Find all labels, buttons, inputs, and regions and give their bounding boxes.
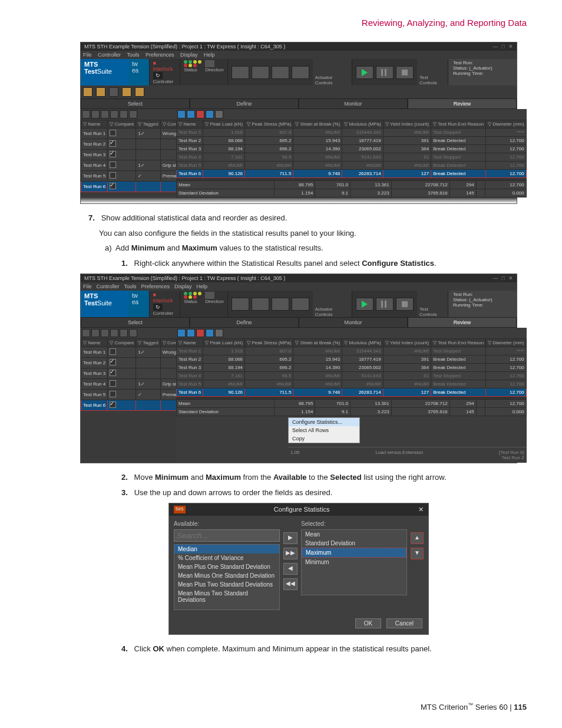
menu-preferences[interactable]: Preferences: [146, 52, 174, 58]
pause-button[interactable]: [376, 66, 394, 79]
reset-button[interactable]: ↻: [153, 304, 163, 311]
maximize-icon[interactable]: □: [502, 44, 505, 50]
close-icon[interactable]: ✕: [418, 506, 424, 513]
move-down-button[interactable]: ▼: [411, 548, 424, 559]
actuator-btn-3[interactable]: [272, 66, 289, 79]
tab-row: Select Define Monitor Review: [81, 98, 517, 109]
step-7-desc: You can also configure the fields in the…: [99, 228, 527, 239]
menu-help[interactable]: Help: [204, 52, 215, 58]
toolbar-icon[interactable]: [83, 87, 92, 97]
step-7-4: 4. Click OK when complete. Maximum and M…: [121, 643, 527, 655]
actuator-btn-1[interactable]: [232, 66, 249, 79]
tool-icon[interactable]: [129, 110, 137, 118]
tool-icon[interactable]: [177, 110, 186, 118]
tool-icon[interactable]: [91, 110, 100, 118]
stop-button[interactable]: [396, 298, 414, 311]
chart-area: 1.05 Load versus Extension [Test Run 6]T…: [288, 447, 527, 463]
menu-select-all-rows[interactable]: Select All Rows: [289, 426, 359, 434]
dialog-title: Configure Statistics: [274, 506, 330, 513]
menu-display[interactable]: Display: [174, 284, 192, 289]
maximize-icon[interactable]: □: [502, 275, 505, 281]
tool-icon[interactable]: [187, 110, 195, 118]
results-table[interactable]: ▽ Name▽ Peak Load (kN)▽ Peak Stress (MPa…: [176, 338, 527, 397]
run-list-table[interactable]: ▽ Name▽ Compare▽ Tagged▽ CommentTest Run…: [81, 120, 191, 192]
move-all-right-button[interactable]: ▶▶: [283, 548, 297, 559]
selected-list[interactable]: MeanStandard DeviationMaximumMinimum: [301, 529, 407, 595]
search-input[interactable]: [174, 529, 280, 542]
results-panel: ▽ Name▽ Peak Load (kN)▽ Peak Stress (MPa…: [176, 109, 527, 197]
interlock-label: ■ Interlock: [153, 60, 177, 72]
menu-tools[interactable]: Tools: [124, 284, 137, 289]
tab-define[interactable]: Define: [190, 317, 299, 328]
menu-controller[interactable]: Controller: [98, 52, 121, 58]
tool-icon[interactable]: [196, 110, 204, 118]
status-label: Status: [184, 67, 201, 73]
screenshot-1: MTS STH Example Tension (Simplified) : P…: [80, 42, 517, 204]
step-7-1: 1. Right-click anywhere within the Stati…: [121, 258, 527, 269]
tab-select[interactable]: Select: [81, 98, 190, 109]
stats-table: Mean88.795701.013.36122708.71229412.700S…: [176, 399, 527, 416]
play-button[interactable]: [356, 66, 373, 79]
tool-icon[interactable]: [206, 110, 214, 118]
minimize-icon[interactable]: —: [493, 275, 498, 281]
menu-bar[interactable]: File Controller Tools Preferences Displa…: [81, 51, 517, 59]
menu-help[interactable]: Help: [197, 284, 208, 289]
pause-button[interactable]: [376, 298, 394, 311]
tab-monitor[interactable]: Monitor: [299, 317, 408, 328]
move-right-button[interactable]: ▶: [283, 532, 297, 544]
tab-define[interactable]: Define: [190, 98, 299, 109]
available-label: Available:: [174, 521, 280, 527]
app-brand: MTS TestSuite: [81, 59, 128, 85]
menu-copy[interactable]: Copy: [289, 434, 359, 443]
menu-tools[interactable]: Tools: [127, 52, 139, 58]
cancel-button[interactable]: Cancel: [386, 618, 422, 628]
page-header: Reviewing, Analyzing, and Reporting Data: [71, 18, 527, 28]
step-7: 7. Show additional statistical data and …: [88, 212, 527, 224]
window-title: MTS STH Example Tension (Simplified) : P…: [84, 44, 285, 50]
menu-display[interactable]: Display: [180, 52, 198, 58]
context-menu[interactable]: Configure Statistics... Select All Rows …: [288, 417, 360, 443]
step-7a: a) Add Minimum and Maximum values to the…: [105, 242, 527, 254]
available-list[interactable]: Median% Coefficient of VarianceMean Plus…: [174, 544, 280, 610]
close-icon[interactable]: ✕: [508, 44, 513, 50]
menu-file[interactable]: File: [83, 52, 92, 58]
run-list-table[interactable]: ▽ Name▽ Compare▽ Tagged▽ CommentTest Run…: [81, 338, 191, 411]
play-button[interactable]: [356, 298, 373, 311]
tool-icon[interactable]: [82, 110, 90, 118]
tool-icon[interactable]: [120, 110, 128, 118]
actuator-btn-2[interactable]: [252, 66, 269, 79]
results-table[interactable]: ▽ Name▽ Peak Load (kN)▽ Peak Stress (MPa…: [176, 120, 527, 178]
toolbar-icon[interactable]: [109, 87, 118, 97]
toolbar-icon[interactable]: [122, 87, 131, 97]
menu-file[interactable]: File: [83, 284, 92, 289]
toolbar-icon[interactable]: [96, 87, 105, 97]
tab-monitor[interactable]: Monitor: [299, 98, 408, 109]
move-left-button[interactable]: ◀: [283, 563, 297, 575]
stats-table: Mean88.795701.013.36122708.71229412.700S…: [176, 180, 527, 197]
move-up-button[interactable]: ▲: [411, 532, 424, 544]
twea-label: tw ea: [128, 59, 149, 85]
menu-controller[interactable]: Controller: [97, 284, 120, 289]
tab-review[interactable]: Review: [408, 317, 517, 328]
info-panel: Test Run:Status: (_Actuator)Running Time…: [448, 59, 517, 85]
menu-preferences[interactable]: Preferences: [141, 284, 170, 289]
direction-label: Direction: [205, 67, 224, 73]
menu-configure-statistics[interactable]: Configure Statistics...: [289, 418, 359, 426]
selected-label: Selected:: [301, 521, 407, 527]
controller-label: Controller: [153, 79, 177, 84]
step-7-3: 3. Use the up and down arrows to order t…: [121, 487, 527, 499]
minimize-icon[interactable]: —: [493, 44, 498, 50]
tab-review[interactable]: Review: [408, 98, 517, 109]
tool-icon[interactable]: [101, 110, 109, 118]
toolbar-icon[interactable]: [135, 87, 144, 97]
configure-statistics-dialog: twsConfigure Statistics✕ Available: Medi…: [168, 503, 429, 635]
tab-select[interactable]: Select: [81, 317, 190, 328]
actuator-btn-4[interactable]: [292, 66, 309, 79]
reset-button[interactable]: ↻: [153, 72, 163, 79]
stop-button[interactable]: [396, 66, 414, 79]
tool-icon[interactable]: [215, 110, 223, 118]
move-all-left-button[interactable]: ◀◀: [283, 578, 297, 590]
tool-icon[interactable]: [110, 110, 118, 118]
ok-button[interactable]: OK: [355, 618, 381, 628]
close-icon[interactable]: ✕: [508, 275, 513, 281]
